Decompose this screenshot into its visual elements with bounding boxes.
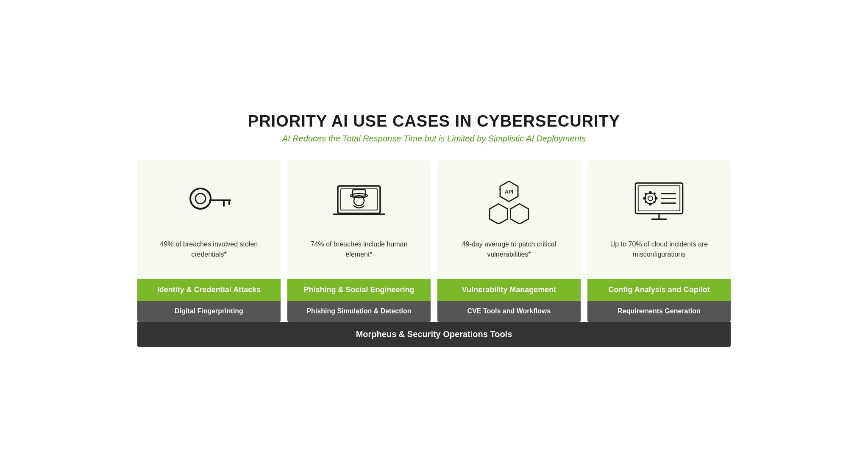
svg-marker-14: [511, 204, 529, 224]
card-inner-identity: 49% of breaches involved stolen credenti…: [137, 160, 281, 279]
green-label-vulnerability: Vulnerability Management: [437, 279, 581, 301]
svg-rect-7: [341, 189, 377, 210]
content-area: 49% of breaches involved stolen credenti…: [137, 160, 731, 346]
svg-rect-22: [649, 203, 652, 206]
svg-point-0: [190, 188, 211, 209]
svg-marker-13: [490, 204, 507, 224]
svg-rect-23: [643, 197, 646, 200]
cards-row: 49% of breaches involved stolen credenti…: [137, 160, 731, 321]
svg-text:API: API: [505, 189, 513, 195]
gray-label-config: Requirements Generation: [587, 301, 731, 322]
page-container: PRIORITY AI USE CASES IN CYBERSECURITY A…: [137, 112, 731, 346]
stat-identity: 49% of breaches involved stolen credenti…: [147, 237, 270, 262]
svg-rect-21: [649, 191, 652, 194]
gray-label-phishing: Phishing Simulation & Detection: [287, 301, 431, 322]
card-phishing: 74% of breaches include human element* P…: [287, 160, 431, 321]
key-icon: [181, 173, 236, 228]
green-label-identity: Identity & Credential Attacks: [137, 279, 281, 301]
card-config: Up to 70% of cloud incidents are misconf…: [587, 160, 731, 321]
card-inner-config: Up to 70% of cloud incidents are misconf…: [587, 160, 731, 279]
stat-config: Up to 70% of cloud incidents are misconf…: [598, 237, 721, 262]
main-title: PRIORITY AI USE CASES IN CYBERSECURITY: [137, 112, 731, 130]
card-identity: 49% of breaches involved stolen credenti…: [137, 160, 281, 321]
monitor-icon: [632, 173, 687, 228]
api-icon: API: [481, 173, 537, 228]
green-label-phishing: Phishing & Social Engineering: [287, 279, 431, 301]
svg-rect-24: [655, 197, 658, 200]
bottom-bar: Morpheus & Security Operations Tools: [137, 322, 731, 347]
stat-vulnerability: 49-day average to patch critical vulnera…: [448, 237, 570, 262]
card-inner-vulnerability: API 49-day average to patch critical vul…: [437, 160, 581, 279]
svg-rect-27: [653, 192, 656, 195]
green-label-config: Config Analysis and Copilot: [587, 279, 731, 301]
subtitle: AI Reduces the Total Response Time but i…: [137, 134, 731, 144]
hacker-icon: [331, 173, 387, 228]
card-inner-phishing: 74% of breaches include human element*: [287, 160, 431, 279]
gray-label-identity: Digital Fingerprinting: [137, 301, 281, 322]
svg-point-10: [354, 196, 364, 206]
gray-label-vulnerability: CVE Tools and Workflows: [437, 301, 581, 322]
stat-phishing: 74% of breaches include human element*: [298, 237, 420, 262]
svg-point-1: [195, 194, 206, 204]
svg-point-20: [648, 196, 653, 201]
card-vulnerability: API 49-day average to patch critical vul…: [437, 160, 581, 321]
